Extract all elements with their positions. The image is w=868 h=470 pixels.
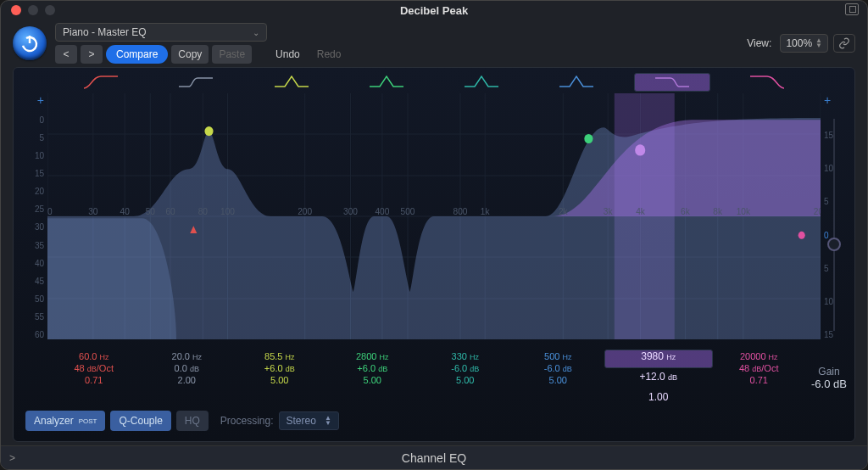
redo-button[interactable]: Redo — [310, 45, 348, 64]
svg-text:10k: 10k — [737, 205, 751, 216]
band-params-3[interactable]: 85.5 Hz+6.0 dB5.00 — [233, 350, 326, 400]
link-button[interactable] — [833, 34, 855, 53]
svg-point-30 — [635, 144, 645, 155]
band-params-5[interactable]: 330 Hz-6.0 dB5.00 — [419, 350, 512, 400]
svg-text:40: 40 — [120, 205, 130, 216]
copy-button[interactable]: Copy — [171, 45, 209, 64]
view-label: View: — [747, 37, 771, 49]
band-type-8[interactable] — [729, 75, 805, 90]
svg-text:50: 50 — [146, 205, 155, 216]
hq-toggle[interactable]: HQ — [176, 411, 209, 431]
q-couple-toggle[interactable]: Q-Couple — [110, 411, 170, 431]
eq-graph[interactable]: 2030405060801002003004005008001k2k3k4k6k… — [47, 93, 821, 339]
window-title: Decibel Peak — [1, 4, 867, 17]
power-button[interactable] — [13, 26, 47, 60]
plugin-name: Channel EQ — [402, 451, 466, 465]
svg-text:30: 30 — [88, 205, 97, 216]
popout-icon[interactable] — [845, 3, 859, 15]
titlebar: Decibel Peak — [1, 1, 867, 20]
zoom-window-icon[interactable] — [45, 5, 55, 15]
prev-preset-button[interactable]: < — [55, 45, 77, 64]
svg-text:80: 80 — [198, 205, 208, 216]
svg-text:8k: 8k — [713, 205, 722, 216]
band-type-7[interactable] — [634, 73, 710, 92]
band-params-7[interactable]: 3980 Hz+12.0 dB1.00 — [604, 350, 713, 368]
svg-text:20: 20 — [47, 205, 53, 216]
band-type-3[interactable] — [253, 75, 330, 90]
preset-name: Piano - Master EQ — [63, 26, 147, 38]
master-gain-readout: Gain -6.0 dB — [809, 366, 849, 390]
band-type-5[interactable] — [443, 75, 520, 90]
band-params-6[interactable]: 500 Hz-6.0 dB5.00 — [512, 350, 605, 400]
zoom-selector[interactable]: 100% ▲▼ — [780, 34, 828, 53]
svg-text:60: 60 — [165, 205, 175, 216]
toolbar: Piano - Master EQ ⌄ < > Compare Copy Pas… — [1, 20, 867, 67]
minimize-icon[interactable] — [28, 5, 38, 15]
undo-button[interactable]: Undo — [269, 45, 307, 64]
close-icon[interactable] — [11, 5, 21, 15]
svg-text:300: 300 — [343, 205, 358, 216]
bottom-controls: AnalyzerPOST Q-Couple HQ Processing: Ste… — [25, 409, 843, 433]
band-type-6[interactable] — [538, 75, 615, 90]
processing-label: Processing: — [220, 415, 274, 427]
band-params-4[interactable]: 2800 Hz+6.0 dB5.00 — [326, 350, 420, 400]
band-type-4[interactable] — [348, 75, 425, 90]
svg-point-32 — [798, 232, 805, 239]
next-preset-button[interactable]: > — [81, 45, 103, 64]
svg-text:6k: 6k — [681, 205, 690, 216]
svg-point-29 — [584, 134, 593, 143]
svg-text:500: 500 — [401, 205, 415, 216]
svg-text:2k: 2k — [559, 205, 568, 216]
svg-text:400: 400 — [375, 205, 389, 216]
preset-selector[interactable]: Piano - Master EQ ⌄ — [55, 23, 267, 42]
svg-text:100: 100 — [220, 205, 235, 216]
band-params-2[interactable]: 20.0 Hz0.0 dB2.00 — [141, 350, 234, 400]
axis-left: +051015202530354045505560 — [20, 93, 44, 339]
footer: > Channel EQ — [1, 445, 867, 469]
svg-text:3k: 3k — [604, 205, 613, 216]
eq-area: +051015202530354045505560 +15105051015 — [13, 67, 855, 442]
svg-text:1k: 1k — [481, 205, 490, 216]
processing-selector[interactable]: Stereo ▲▼ — [279, 411, 339, 430]
band-params-8[interactable]: 20000 Hz48 dB/Oct0.71 — [713, 350, 806, 400]
svg-point-28 — [204, 126, 213, 136]
gain-thumb[interactable] — [827, 238, 841, 251]
svg-text:20k: 20k — [814, 205, 821, 216]
master-gain-slider[interactable] — [826, 119, 843, 331]
svg-text:4k: 4k — [636, 205, 645, 216]
band-type-2[interactable] — [158, 75, 234, 90]
compare-button[interactable]: Compare — [106, 45, 168, 64]
disclosure-icon[interactable]: > — [9, 452, 15, 464]
svg-text:800: 800 — [453, 205, 468, 216]
paste-button[interactable]: Paste — [212, 45, 252, 64]
chevron-down-icon: ⌄ — [253, 28, 259, 37]
svg-text:200: 200 — [298, 205, 312, 216]
band-type-1[interactable] — [63, 75, 139, 90]
band-params-1[interactable]: 60.0 Hz48 dB/Oct0.71 — [47, 350, 141, 400]
analyzer-toggle[interactable]: AnalyzerPOST — [25, 411, 105, 431]
